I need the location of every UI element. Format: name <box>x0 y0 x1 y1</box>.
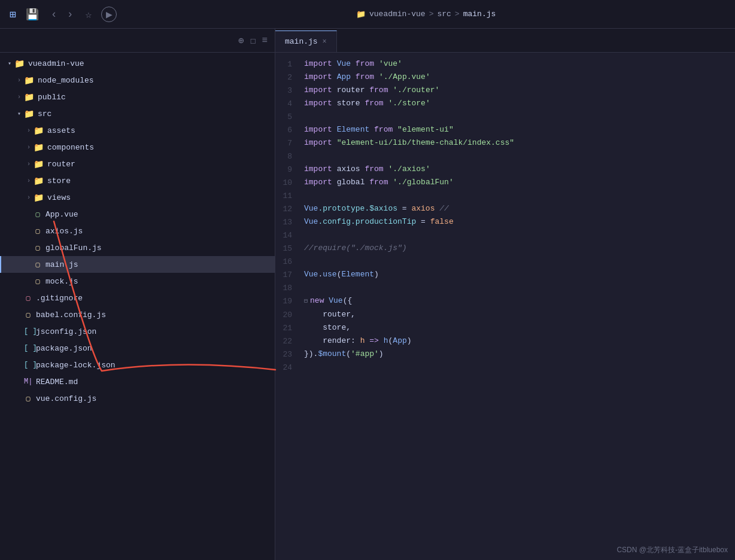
tree-item-label: package.json <box>36 344 92 353</box>
line-content: ⊟new Vue({ <box>304 294 352 308</box>
json-file-icon: [ ] <box>24 327 32 336</box>
sidebar-item-globalFun.js[interactable]: ›▢globalFun.js <box>0 239 275 256</box>
tree-item-label: components <box>47 143 94 152</box>
sidebar: ⊕ ☐ ≡ ▾📁vueadmin-vue›📁node_modules📋›📁pub… <box>0 29 275 560</box>
sidebar-item-main.js[interactable]: ›▢main.js <box>0 256 275 273</box>
line-number: 19 <box>275 297 304 306</box>
sidebar-item-package-lock.json[interactable]: ›[ ]package-lock.json <box>0 357 275 373</box>
tree-item-label: .gitignore <box>36 294 83 303</box>
tree-item-label: globalFun.js <box>45 244 102 252</box>
tree-item-label: public <box>38 93 66 102</box>
md-file-icon: M| <box>24 378 32 386</box>
js-file-icon: ▢ <box>24 394 32 403</box>
line-number: 4 <box>275 99 304 108</box>
line-content: router, <box>304 308 356 321</box>
code-line-21: 21 store, <box>275 321 735 334</box>
tree-arrow: ▾ <box>5 59 14 68</box>
sidebar-item-src[interactable]: ▾📁src <box>0 105 275 122</box>
editor-area: main.js × 1import Vue from 'vue'2import … <box>275 29 735 560</box>
code-line-7: 7import "element-ui/lib/theme-chalk/inde… <box>275 136 735 150</box>
sidebar-item-package.json[interactable]: ›[ ]package.json <box>0 340 275 357</box>
sidebar-item-jsconfig.json[interactable]: ›[ ]jsconfig.json <box>0 323 275 340</box>
line-number: 20 <box>275 311 304 319</box>
breadcrumb: 📁 vueadmin-vue > src > main.js <box>356 10 496 19</box>
tab-label: main.js <box>285 37 318 46</box>
sidebar-item-axios.js[interactable]: ›▢axios.js <box>0 223 275 239</box>
sidebar-item-router[interactable]: ›📁router <box>0 156 275 172</box>
folder-icon: 📁 <box>34 159 44 169</box>
line-content: }).$mount('#app') <box>304 348 384 361</box>
collapse-icon[interactable]: ☐ <box>250 35 256 47</box>
folder-icon: 📁 <box>34 176 44 186</box>
line-content: import global from './globalFun' <box>304 176 454 189</box>
line-content: store, <box>304 321 351 334</box>
sidebar-item-assets[interactable]: ›📁assets <box>0 122 275 139</box>
folder-icon: 📁 <box>24 75 34 86</box>
js-file-icon: ▢ <box>34 277 42 286</box>
code-editor[interactable]: 1import Vue from 'vue'2import App from '… <box>275 53 735 560</box>
line-content: render: h => h(App) <box>304 334 412 348</box>
star-button[interactable]: ☆ <box>85 8 92 21</box>
line-number: 23 <box>275 350 304 359</box>
sidebar-item-vue.config.js[interactable]: ›▢vue.config.js <box>0 390 275 407</box>
sidebar-item-mock.js[interactable]: ›▢mock.js <box>0 273 275 290</box>
tree-item-label: main.js <box>45 260 78 269</box>
line-content: //require("./mock.js") <box>304 242 407 255</box>
tree-item-label: node_modules <box>38 76 94 85</box>
line-number: 14 <box>275 231 304 240</box>
breadcrumb-sep-2: > <box>455 10 460 19</box>
breadcrumb-part-1[interactable]: vueadmin-vue <box>369 10 426 19</box>
code-line-10: 10import global from './globalFun' <box>275 176 735 189</box>
sidebar-item-views[interactable]: ›📁views <box>0 189 275 206</box>
line-number: 7 <box>275 139 304 148</box>
js-file-icon: ▢ <box>34 244 42 252</box>
code-line-3: 3import router from './router' <box>275 84 735 97</box>
line-content: import App from './App.vue' <box>304 71 430 84</box>
titlebar: ⊞ 💾 ‹ › ☆ ▶ 📁 vueadmin-vue > src > main.… <box>0 0 735 29</box>
line-number: 2 <box>275 73 304 82</box>
js-file-icon: ▢ <box>24 311 32 319</box>
line-number: 6 <box>275 126 304 135</box>
code-line-12: 12Vue.prototype.$axios = axios // <box>275 202 735 215</box>
sidebar-item-README.md[interactable]: ›M|README.md <box>0 373 275 390</box>
code-line-18: 18 <box>275 281 735 294</box>
vue-file-icon: ▢ <box>34 210 42 219</box>
folder-icon: 📁 <box>24 109 34 119</box>
forward-button[interactable]: › <box>65 6 76 23</box>
sidebar-item-node_modules[interactable]: ›📁node_modules📋 <box>0 72 275 89</box>
line-content: import "element-ui/lib/theme-chalk/index… <box>304 136 514 150</box>
json-file-icon: [ ] <box>24 361 32 369</box>
code-lines: 1import Vue from 'vue'2import App from '… <box>275 57 735 374</box>
js-file-icon: ▢ <box>34 260 42 269</box>
line-content: import axios from './axios' <box>304 163 430 176</box>
tree-item-label: jsconfig.json <box>36 327 96 336</box>
sidebar-item-public[interactable]: ›📁public <box>0 89 275 105</box>
code-line-19: 19⊟new Vue({ <box>275 294 735 308</box>
folder-icon: 📁 <box>34 193 44 203</box>
tab-main-js[interactable]: main.js × <box>275 31 337 52</box>
tree-item-label: mock.js <box>45 277 78 286</box>
code-line-6: 6import Element from "element-ui" <box>275 123 735 136</box>
save-icon[interactable]: 💾 <box>26 8 39 21</box>
sidebar-item-components[interactable]: ›📁components <box>0 139 275 156</box>
breadcrumb-part-2[interactable]: src <box>437 10 451 19</box>
git-file-icon: ▢ <box>24 294 32 303</box>
line-content: import router from './router' <box>304 84 439 97</box>
back-button[interactable]: ‹ <box>48 6 60 23</box>
code-line-5: 5 <box>275 110 735 123</box>
sidebar-item-gitignore[interactable]: ›▢.gitignore <box>0 290 275 306</box>
play-button[interactable]: ▶ <box>101 7 117 22</box>
menu-icon[interactable]: ≡ <box>262 35 268 46</box>
sidebar-item-App.vue[interactable]: ›▢App.vue <box>0 206 275 223</box>
sidebar-item-root[interactable]: ▾📁vueadmin-vue <box>0 55 275 72</box>
tab-close-button[interactable]: × <box>323 38 327 46</box>
new-folder-icon[interactable]: ⊕ <box>238 35 244 47</box>
tree-arrow: › <box>24 193 34 202</box>
sidebar-item-store[interactable]: ›📁store <box>0 172 275 189</box>
sidebar-item-babel.config.js[interactable]: ›▢babel.config.js <box>0 306 275 323</box>
code-line-24: 24 <box>275 361 735 374</box>
line-number: 12 <box>275 205 304 214</box>
breadcrumb-part-3: main.js <box>463 10 496 19</box>
code-line-2: 2import App from './App.vue' <box>275 71 735 84</box>
code-line-16: 16 <box>275 255 735 268</box>
